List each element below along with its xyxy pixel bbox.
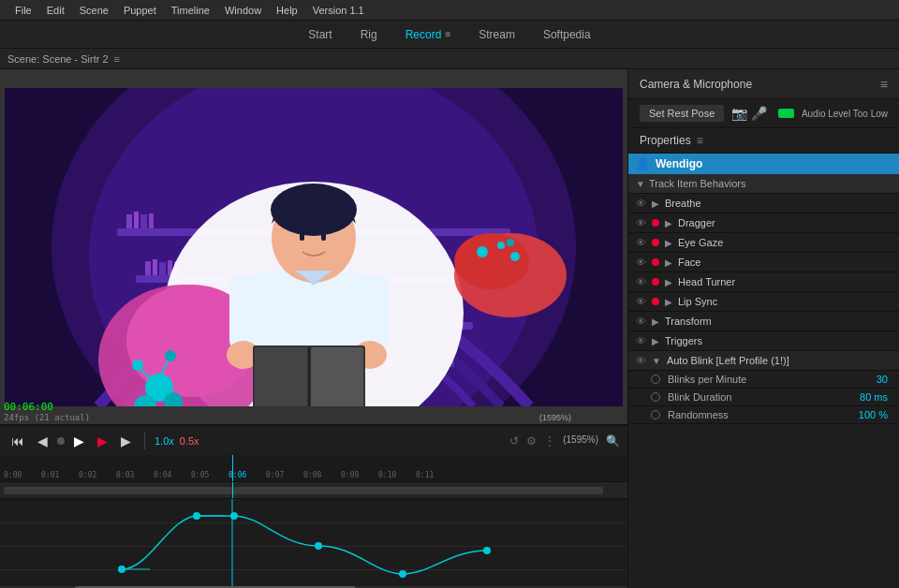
camera-menu-icon[interactable]: ≡ (880, 77, 888, 92)
nav-softpedia[interactable]: Softpedia (543, 28, 591, 41)
curve-svg (0, 499, 618, 588)
eye-icon-autoblink[interactable]: 👁 (636, 355, 646, 366)
behavior-name-dragger: Dragger (678, 217, 715, 228)
menu-puppet[interactable]: Puppet (116, 5, 164, 16)
param-circle-rand (651, 410, 660, 419)
eye-icon-dragger[interactable]: 👁 (636, 217, 646, 228)
menu-file[interactable]: File (7, 5, 39, 16)
step-forward-button[interactable]: ▶ (117, 432, 135, 450)
timeline-menu-icon[interactable]: ⋮ (544, 434, 555, 448)
nav-rig[interactable]: Rig (361, 28, 377, 41)
record-dot (57, 437, 65, 445)
zoom-icon[interactable]: 🔍 (606, 434, 620, 448)
step-back-button[interactable]: ◀ (34, 432, 52, 450)
behavior-breathe[interactable]: 👁 ▶ Breathe (628, 194, 899, 213)
eye-icon-face[interactable]: 👁 (636, 257, 646, 268)
eye-icon-lipsync[interactable]: 👁 (636, 296, 646, 307)
menu-scene[interactable]: Scene (72, 5, 116, 16)
eye-icon-triggers[interactable]: 👁 (636, 335, 646, 346)
menu-window[interactable]: Window (217, 5, 269, 16)
behavior-triggers[interactable]: 👁 ▶ Triggers (628, 331, 899, 351)
properties-header: Properties ≡ (628, 128, 899, 154)
camera-title: Camera & Microphone (640, 78, 752, 91)
timeline-playhead[interactable] (232, 455, 233, 481)
behavior-head-turner[interactable]: 👁 ▶ Head Turner (628, 272, 899, 292)
svg-rect-16 (145, 261, 151, 275)
behavior-face[interactable]: 👁 ▶ Face (628, 253, 899, 272)
nav-record[interactable]: Record ≡ (405, 28, 451, 41)
behavior-dragger[interactable]: 👁 ▶ Dragger (628, 213, 899, 233)
section-arrow: ▼ (636, 179, 645, 189)
autoblink-arrow: ▼ (652, 356, 661, 366)
menu-help[interactable]: Help (269, 5, 305, 16)
track-behaviors-header[interactable]: ▼ Track Item Behaviors (628, 174, 899, 194)
tick-3: 0:03 (116, 471, 134, 479)
canvas-area: 00:06:00 24fps (21 actual) (1595%) (0, 69, 627, 424)
tick-1: 0:01 (41, 471, 59, 479)
timeline-section: ⏮ ◀ ▶ ▶ ▶ 1.0x 0.5x ↺ ⚙ ⋮ (1 (0, 424, 627, 588)
tick-6: 0:06 (228, 471, 246, 479)
eye-icon-eyegaze[interactable]: 👁 (636, 237, 646, 248)
nav-start[interactable]: Start (308, 28, 332, 41)
timeline-ruler[interactable]: 0:00 0:01 0:02 0:03 0:04 0:05 0:06 0:07 … (0, 455, 627, 481)
red-dot-eyegaze (652, 239, 659, 246)
arrow-lipsync: ▶ (665, 297, 672, 307)
record-menu-icon[interactable]: ≡ (445, 29, 450, 39)
tick-9: 0:09 (341, 471, 359, 479)
record-play-button[interactable]: ▶ (94, 432, 111, 450)
svg-rect-46 (311, 347, 363, 406)
go-to-start-button[interactable]: ⏮ (7, 432, 28, 450)
curve-editor[interactable] (0, 498, 627, 588)
tick-2: 0:02 (79, 471, 96, 479)
behavior-name-eyegaze: Eye Gaze (678, 237, 723, 248)
eye-icon-transform[interactable]: 👁 (636, 316, 646, 327)
svg-point-56 (399, 570, 406, 578)
play-button[interactable]: ▶ (70, 432, 88, 450)
scene-menu-icon[interactable]: ≡ (114, 53, 120, 65)
speed-slow[interactable]: 0.5x (180, 435, 199, 447)
autoblink-header[interactable]: 👁 ▼ Auto Blink [Left Profile (1!)] (628, 351, 899, 371)
arrow-face: ▶ (665, 257, 672, 268)
arrow-eyegaze: ▶ (665, 238, 672, 248)
arrow-breathe: ▶ (652, 198, 659, 209)
timeline-tracks[interactable] (0, 481, 627, 498)
camera-header: Camera & Microphone ≡ (628, 69, 899, 99)
svg-rect-50 (300, 233, 304, 241)
track-list[interactable]: 👤 Wendigo ▼ Track Item Behaviors 👁 ▶ Bre… (628, 154, 899, 588)
behavior-transform[interactable]: 👁 ▶ Transform (628, 312, 899, 331)
section-label: Track Item Behaviors (649, 178, 746, 189)
menu-timeline[interactable]: Timeline (164, 5, 217, 16)
nav-stream[interactable]: Stream (479, 28, 515, 41)
eye-icon-breathe[interactable]: 👁 (636, 198, 646, 209)
set-rest-pose-button[interactable]: Set Rest Pose (640, 105, 724, 122)
menu-edit[interactable]: Edit (39, 5, 72, 16)
puppet-row[interactable]: 👤 Wendigo (628, 154, 899, 174)
behavior-name-head: Head Turner (678, 276, 735, 287)
puppet-icon: 👤 (636, 157, 650, 170)
ruler-inner: 0:00 0:01 0:02 0:03 0:04 0:05 0:06 0:07 … (0, 455, 627, 481)
arrow-triggers: ▶ (652, 336, 659, 346)
timeline-extra-icons: ↺ ⚙ ⋮ (1595%) 🔍 (509, 434, 620, 448)
svg-point-30 (165, 350, 176, 361)
svg-point-35 (510, 252, 520, 261)
track-bar-main (4, 487, 603, 494)
timeline-controls: ⏮ ◀ ▶ ▶ ▶ 1.0x 0.5x ↺ ⚙ ⋮ (1 (0, 425, 627, 455)
behavior-lip-sync[interactable]: 👁 ▶ Lip Sync (628, 292, 899, 312)
param-circle-bpm (651, 375, 660, 384)
param-name-bpm: Blinks per Minute (668, 374, 877, 385)
loop-icon[interactable]: ↺ (509, 434, 519, 448)
behavior-eye-gaze[interactable]: 👁 ▶ Eye Gaze (628, 233, 899, 253)
settings-icon[interactable]: ⚙ (526, 434, 537, 448)
param-randomness: Randomness 100 % (628, 406, 899, 424)
svg-rect-12 (126, 214, 132, 228)
eye-icon-head[interactable]: 👁 (636, 276, 646, 287)
param-blink-duration: Blink Duration 80 ms (628, 389, 899, 406)
speed-normal[interactable]: 1.0x (155, 435, 174, 447)
puppet-name: Wendigo (656, 157, 702, 170)
svg-rect-40 (229, 275, 262, 350)
param-value-rand: 100 % (859, 409, 888, 420)
svg-rect-13 (134, 212, 139, 228)
properties-menu-icon[interactable]: ≡ (697, 134, 703, 147)
audio-level-bar (778, 109, 794, 118)
svg-rect-15 (149, 213, 154, 228)
